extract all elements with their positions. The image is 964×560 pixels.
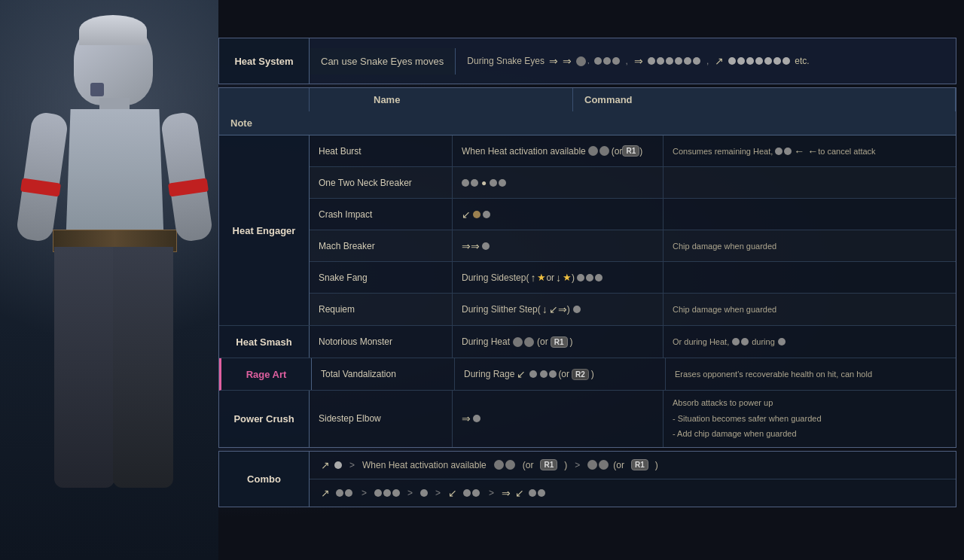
combo-row: ↗ > When Heat activation available (or R… — [310, 452, 956, 479]
combo-section: Combo ↗ > When Heat activation available… — [218, 451, 956, 507]
arrow-up-right-icon: ↗ — [321, 487, 330, 499]
col-note-header: Note — [219, 111, 362, 135]
move-note: Consumes remaining Heat, ← ← to cancel a… — [664, 135, 956, 166]
move-command: ⇒ — [453, 391, 664, 447]
cmd-dots — [490, 179, 506, 187]
arrow-down-left-icon: ↙ — [448, 487, 457, 499]
arrow-right2-icon: ⇒ — [563, 55, 572, 67]
dot-icon — [538, 489, 545, 497]
move-name: Requiem — [310, 294, 453, 325]
arrow-up-icon: ↑ — [530, 272, 535, 284]
r2-button: R2 — [572, 369, 589, 380]
arrow-up-right-icon: ↗ — [321, 459, 330, 471]
dot-icon — [392, 489, 400, 497]
char-arm-left — [15, 111, 69, 242]
move-note: Chip damage when guarded — [664, 294, 956, 325]
dot-icon — [657, 57, 664, 65]
heat-system-section: Heat System Can use Snake Eyes moves Dur… — [218, 38, 956, 84]
move-note: Absorb attacks to power up - Situation b… — [664, 391, 956, 447]
move-name: Crash Impact — [310, 199, 453, 230]
dot-icon — [549, 370, 557, 378]
dot-icon — [529, 370, 537, 378]
dot-icon — [471, 179, 478, 187]
dot-cluster-4 — [728, 57, 790, 65]
heat-system-content: Can use Snake Eyes moves During Snake Ey… — [310, 38, 956, 84]
arrow-up-right-icon: ↗ — [715, 55, 724, 67]
char-tattoo — [90, 83, 104, 96]
table-row: Sidestep Elbow ⇒ Absorb attacks to power… — [310, 391, 956, 447]
combo-rows: ↗ > When Heat activation available (or R… — [310, 452, 956, 507]
move-name: Heat Burst — [310, 135, 453, 166]
dot-icon — [599, 146, 609, 156]
heat-engager-label: Heat Engager — [219, 135, 310, 325]
dot-icon — [540, 370, 548, 378]
dot-icon — [693, 57, 700, 65]
dot-icon — [737, 57, 745, 65]
combo-row: ↗ > > > ↙ — [310, 479, 956, 507]
heat-system-move-label: Can use Snake Eyes moves — [310, 48, 456, 75]
arrow-right-icon: ⇒ — [462, 240, 471, 252]
dot-icon — [732, 338, 740, 345]
heat-smash-section: Heat Smash Notorious Monster During Heat… — [219, 326, 956, 358]
arrow-right-icon: ⇒ — [471, 240, 480, 252]
move-command: During Heat (or R1 ) — [453, 326, 664, 358]
dot-icon — [482, 242, 490, 250]
move-name: Total Vandalization — [312, 358, 455, 390]
move-note — [664, 262, 956, 293]
table-row: Crash Impact ↙ — [310, 199, 956, 230]
dot-icon — [666, 57, 673, 65]
dot-icon — [529, 489, 536, 497]
dot-icon — [473, 211, 480, 218]
cmd-dots — [336, 489, 352, 497]
move-note — [664, 167, 956, 198]
r1-button: R1 — [540, 459, 557, 470]
dot-icon — [648, 57, 655, 65]
move-name: Notorious Monster — [310, 326, 453, 358]
arrow-right-icon: ⇒ — [502, 487, 511, 499]
dot-icon — [784, 148, 792, 155]
cmd-dots — [529, 489, 545, 497]
dot-icon — [494, 460, 504, 470]
col-command-header: Command — [573, 88, 956, 111]
move-command: ● — [453, 167, 664, 198]
cmd-dots — [540, 370, 557, 378]
dot-cluster-1: , — [576, 56, 590, 66]
move-note: Chip damage when guarded — [664, 230, 956, 261]
char-leg-left — [54, 247, 114, 488]
move-note — [664, 199, 956, 230]
arrow-down-icon: ↓ — [556, 272, 561, 284]
dot-icon — [463, 489, 471, 497]
cmd-dots — [577, 274, 602, 282]
move-command: During Rage ↙ (or R2 ) — [455, 358, 666, 390]
move-command: ⇒ ⇒ — [453, 230, 664, 261]
heat-system-label: Heat System — [219, 38, 310, 84]
move-command: ↙ — [453, 199, 664, 230]
table-row: Mach Breaker ⇒ ⇒ Chip damage when guarde… — [310, 230, 956, 262]
cmd-dots — [462, 179, 478, 187]
cmd-dots — [588, 146, 609, 156]
r1-button: R1 — [631, 459, 648, 470]
dot-icon — [773, 57, 781, 65]
dot-cluster-3 — [648, 57, 700, 65]
dot-icon — [755, 57, 763, 65]
table-header: Name Command Note — [219, 88, 956, 135]
move-note: Erases opponent's recoverable health on … — [666, 358, 956, 390]
power-crush-section: Power Crush Sidestep Elbow ⇒ Absorb atta… — [219, 391, 956, 447]
heat-system-commands: During Snake Eyes ⇒ ⇒ , , ⇒ — [456, 47, 820, 75]
character-image-bg — [0, 0, 218, 560]
main-moves-table: Name Command Note Heat Engager Heat Burs… — [218, 87, 956, 448]
rage-art-rows: Total Vandalization During Rage ↙ (or R2… — [312, 358, 956, 390]
cmd-dots — [732, 338, 749, 345]
arrow-down-icon: ↓ — [542, 303, 548, 315]
dot-icon — [499, 179, 506, 187]
table-row: Requiem During Slither Step( ↓ ↙ ⇒ ) Chi… — [310, 294, 956, 325]
dot-icon — [603, 57, 611, 65]
dot-icon — [513, 337, 523, 347]
move-name: One Two Neck Breaker — [310, 167, 453, 198]
char-leg-right — [113, 247, 173, 488]
dot-cluster-2 — [594, 57, 620, 65]
dot-icon — [612, 57, 620, 65]
arrow-right-icon: ⇒ — [549, 55, 558, 67]
dot-icon — [490, 179, 497, 187]
heat-smash-label: Heat Smash — [219, 326, 310, 358]
